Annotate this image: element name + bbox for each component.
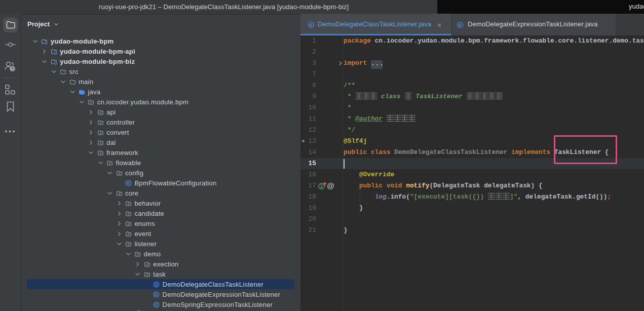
svg-text:?: ? — [11, 66, 14, 71]
svg-text:C: C — [155, 282, 158, 287]
svg-text:C: C — [459, 23, 462, 27]
svg-text:C: C — [310, 23, 313, 27]
svg-text:C: C — [155, 302, 158, 307]
svg-text:C: C — [127, 181, 130, 185]
svg-text:C: C — [155, 292, 158, 297]
